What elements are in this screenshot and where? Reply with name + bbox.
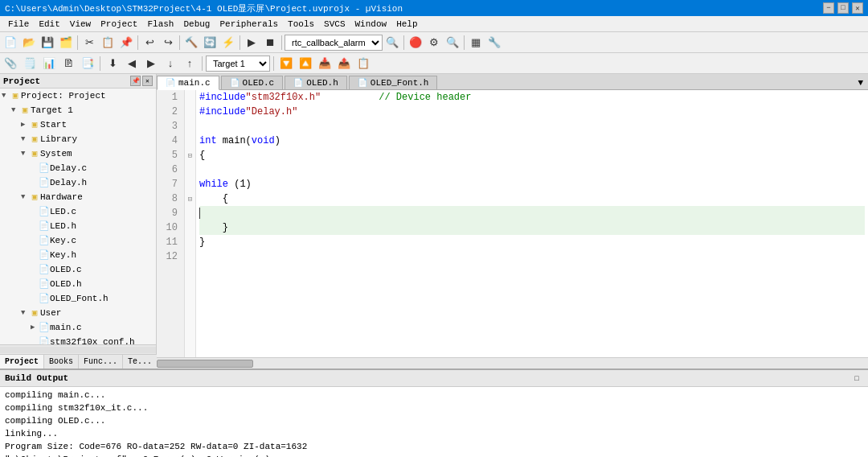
- menu-peripherals[interactable]: Peripherals: [215, 19, 283, 30]
- tree-item[interactable]: ▼▣Hardware: [0, 190, 156, 204]
- flash-button[interactable]: ⚡: [219, 34, 237, 51]
- sidebar-tab-1[interactable]: Books: [44, 355, 79, 368]
- minimize-button[interactable]: −: [823, 2, 834, 14]
- tb2-btn8[interactable]: ▶: [142, 55, 160, 72]
- tree-item[interactable]: ▼▣System: [0, 146, 156, 161]
- tb2-btn5[interactable]: 📑: [79, 55, 96, 72]
- tb2-btn7[interactable]: ◀: [123, 55, 141, 72]
- build-output-close[interactable]: □: [850, 372, 863, 385]
- menu-tools[interactable]: Tools: [283, 19, 319, 30]
- target-dropdown[interactable]: Target 1: [206, 56, 270, 72]
- tree-item[interactable]: ▼▣Target 1: [0, 103, 156, 117]
- menu-help[interactable]: Help: [391, 19, 422, 30]
- menu-debug[interactable]: Debug: [178, 19, 215, 30]
- tree-item[interactable]: 📄stm32f10x_conf.h: [0, 335, 156, 344]
- tree-arrow[interactable]: ▼: [21, 147, 29, 160]
- build-button[interactable]: 🔨: [182, 34, 200, 51]
- editor-hscroll[interactable]: [157, 357, 868, 368]
- redo-button[interactable]: ↪: [159, 34, 177, 51]
- editor-tab-OLED-c[interactable]: 📄OLED.c: [221, 76, 284, 89]
- sidebar-lock-btn[interactable]: 📌: [130, 76, 141, 86]
- run-to-button[interactable]: 🔍: [383, 34, 401, 51]
- tree-item[interactable]: 📄Delay.c: [0, 161, 156, 175]
- tb2-btn9[interactable]: ↓: [162, 55, 179, 72]
- save-button[interactable]: 💾: [39, 34, 56, 51]
- menu-project[interactable]: Project: [96, 19, 142, 30]
- tree-arrow[interactable]: ▼: [21, 191, 29, 204]
- tb2-btnC[interactable]: 📥: [316, 55, 334, 72]
- tb2-btn3[interactable]: 📊: [40, 55, 58, 72]
- menu-edit[interactable]: Edit: [34, 19, 64, 30]
- breakpoint-button[interactable]: 🔴: [407, 34, 424, 51]
- tree-item[interactable]: 📄OLED_Font.h: [0, 291, 156, 306]
- close-button[interactable]: ✕: [852, 2, 863, 14]
- window-btn[interactable]: ▦: [467, 34, 485, 51]
- fold-marker[interactable]: ⊟: [185, 191, 195, 206]
- paste-button[interactable]: 📌: [117, 34, 135, 51]
- cut-button[interactable]: ✂: [80, 34, 98, 51]
- tb2-btn10[interactable]: ↑: [181, 55, 199, 72]
- menu-window[interactable]: Window: [350, 19, 392, 30]
- sidebar-hscroll[interactable]: [0, 347, 156, 353]
- tb2-btnB[interactable]: 🔼: [297, 55, 314, 72]
- menu-flash[interactable]: Flash: [142, 19, 178, 30]
- code-line: int main(void): [199, 134, 865, 148]
- code-editor[interactable]: 123456789101112 ⊟⊟ #include "stm32f10x.h…: [157, 90, 868, 357]
- sidebar-tab-3[interactable]: Te...: [123, 355, 158, 368]
- tree-arrow[interactable]: ▼: [2, 89, 10, 102]
- tree-text: stm32f10x_conf.h: [50, 336, 154, 344]
- tree-item[interactable]: ▼▣Library: [0, 132, 156, 146]
- tree-arrow[interactable]: ▶: [21, 118, 29, 131]
- stop-button[interactable]: ⏹: [261, 34, 279, 51]
- tab-scroll-arrow[interactable]: ▼: [853, 76, 868, 89]
- maximize-button[interactable]: □: [837, 2, 849, 14]
- code-content[interactable]: #include "stm32f10x.h" // Device header#…: [196, 90, 868, 357]
- zoom-btn[interactable]: 🔧: [485, 34, 503, 51]
- tree-item[interactable]: 📄LED.h: [0, 219, 156, 233]
- open-button[interactable]: 📂: [20, 34, 38, 51]
- tree-item[interactable]: 📄Delay.h: [0, 175, 156, 190]
- editor-tab-OLED_Font-h[interactable]: 📄OLED_Font.h: [349, 76, 438, 89]
- save-all-button[interactable]: 🗂️: [57, 34, 75, 51]
- tb2-btn1[interactable]: 📎: [2, 55, 19, 72]
- debug-button[interactable]: ▶: [243, 34, 260, 51]
- menu-file[interactable]: File: [3, 19, 34, 30]
- search-button[interactable]: 🔍: [444, 34, 461, 51]
- tree-item[interactable]: 📄OLED.c: [0, 262, 156, 277]
- sidebar-tab-0[interactable]: Project: [0, 355, 44, 368]
- tree-item[interactable]: 📄Key.c: [0, 233, 156, 248]
- tree-arrow[interactable]: ▼: [11, 104, 19, 117]
- fold-marker[interactable]: ⊟: [185, 148, 195, 163]
- tree-item[interactable]: ▼▣Project: Project: [0, 89, 156, 103]
- tree-item[interactable]: ▼▣User: [0, 306, 156, 320]
- sidebar-close-btn[interactable]: ✕: [142, 76, 153, 86]
- tb2-btnE[interactable]: 📋: [354, 55, 372, 72]
- tree-item[interactable]: 📄LED.c: [0, 204, 156, 219]
- tb2-btn2[interactable]: 🗒️: [21, 55, 39, 72]
- menu-svcs[interactable]: SVCS: [319, 19, 350, 30]
- tree-arrow[interactable]: ▼: [21, 307, 29, 319]
- hscroll-track[interactable]: [157, 358, 868, 368]
- undo-button[interactable]: ↩: [141, 34, 158, 51]
- editor-tab-OLED-h[interactable]: 📄OLED.h: [285, 76, 347, 89]
- sidebar-tab-2[interactable]: Func...: [79, 355, 123, 368]
- hscroll-thumb[interactable]: [157, 360, 253, 368]
- menu-view[interactable]: View: [65, 19, 96, 30]
- build-output: Build Output □ compiling main.c...compil…: [0, 368, 868, 457]
- tree-item[interactable]: 📄Key.h: [0, 248, 156, 262]
- editor-tab-main-c[interactable]: 📄main.c: [157, 76, 219, 90]
- run-to-dropdown[interactable]: rtc_callback_alarm: [285, 35, 383, 51]
- copy-button[interactable]: 📋: [99, 34, 117, 51]
- tb2-btn6[interactable]: ⬇: [104, 55, 121, 72]
- tree-item[interactable]: 📄OLED.h: [0, 277, 156, 291]
- tree-item[interactable]: ▶📄main.c: [0, 320, 156, 335]
- new-file-button[interactable]: 📄: [2, 34, 19, 51]
- rebuild-button[interactable]: 🔄: [201, 34, 219, 51]
- tb2-btn4[interactable]: 🖹: [59, 55, 77, 72]
- tree-arrow[interactable]: ▶: [31, 321, 39, 334]
- settings-button[interactable]: ⚙: [425, 34, 443, 51]
- tb2-btnA[interactable]: 🔽: [277, 55, 295, 72]
- tree-item[interactable]: ▶▣Start: [0, 117, 156, 132]
- tree-arrow[interactable]: ▼: [21, 133, 29, 146]
- tb2-btnD[interactable]: 📤: [335, 55, 353, 72]
